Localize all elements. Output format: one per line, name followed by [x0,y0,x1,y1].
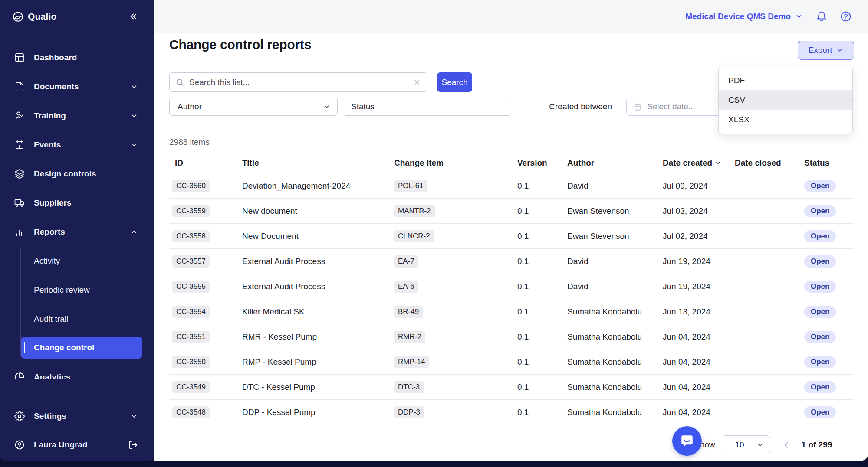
table-row[interactable]: CC-3554 Killer Medical SK BR-49 0.1 Suma… [169,299,854,324]
row-status-badge: Open [804,230,836,242]
row-author: Sumatha Kondabolu [567,324,663,349]
pie-chart-icon [14,372,25,379]
search-input[interactable] [189,78,413,87]
bell-icon[interactable] [816,11,827,22]
help-icon[interactable] [840,11,852,22]
chevron-up-icon [130,228,138,236]
chat-launcher-button[interactable] [672,426,702,456]
change-control-table: ID Title Change item Version Author Date… [169,153,854,425]
row-version: 0.1 [517,400,567,425]
row-change-item-badge: EA-6 [394,281,418,293]
row-date-created: Jun 13, 2024 [663,299,735,324]
sidebar-item-reports[interactable]: Reports [0,217,154,246]
row-date-created: Jun 04, 2024 [663,324,735,349]
export-option-csv[interactable]: CSV [719,90,852,110]
chevron-down-icon [323,103,330,110]
sidebar-subitem-change-control[interactable]: Change control [21,337,142,359]
export-button[interactable]: Export [798,41,854,60]
chevron-down-icon [130,141,138,149]
sidebar-item-events[interactable]: Events [0,130,154,159]
row-change-item-badge: MANTR-2 [394,205,435,217]
row-author: Sumatha Kondabolu [567,349,663,374]
row-date-closed [735,400,804,425]
row-status-badge: Open [804,381,836,393]
row-id-badge: CC-3549 [172,381,210,393]
table-row[interactable]: CC-3557 External Audit Process EA-7 0.1 … [169,249,854,274]
row-id-badge: CC-3555 [172,281,210,293]
page-size-select[interactable]: 10 [723,435,770,454]
column-header-id[interactable]: ID [169,153,242,173]
sidebar-item-analytics[interactable]: Analytics [0,362,154,379]
sidebar-item-settings[interactable]: Settings [0,402,154,431]
row-title: RMP - Kessel Pump [242,349,394,374]
table-row[interactable]: CC-3560 Deviation_Management-2024 POL-61… [169,173,854,199]
sidebar-user-row[interactable]: Laura Ungrad [0,431,154,459]
author-filter-select[interactable]: Author [169,98,338,116]
previous-page-icon[interactable] [782,440,791,450]
column-header-status[interactable]: Status [804,153,854,173]
chevron-down-icon [130,412,138,420]
table-row[interactable]: CC-3555 External Audit Process EA-6 0.1 … [169,274,854,299]
sidebar: Qualio Dashboard Documents Training Even… [0,0,154,461]
row-id-badge: CC-3559 [172,205,210,217]
clear-search-icon[interactable] [413,78,421,86]
row-status-badge: Open [804,406,836,418]
row-date-created: Jul 02, 2024 [663,224,735,248]
sidebar-subitem-periodic-review[interactable]: Periodic review [0,275,154,304]
row-title: External Audit Process [242,274,394,299]
row-version: 0.1 [517,224,567,248]
row-version: 0.1 [517,173,567,198]
chevron-down-icon [757,442,763,448]
sidebar-item-dashboard[interactable]: Dashboard [0,43,154,72]
row-title: RMR - Kessel Pump [242,324,394,349]
column-header-version[interactable]: Version [517,153,567,173]
table-row[interactable]: CC-3548 DDP - Kessel Pump DDP-3 0.1 Suma… [169,400,854,425]
row-author: Sumatha Kondabolu [567,400,663,425]
dashboard-icon [14,52,25,63]
layers-icon [14,169,25,179]
row-change-item-badge: RMP-14 [394,356,429,368]
table-row[interactable]: CC-3551 RMR - Kessel Pump RMR-2 0.1 Suma… [169,324,854,349]
logout-icon[interactable] [128,440,138,450]
column-header-date-closed[interactable]: Date closed [735,153,804,173]
row-date-created: Jul 03, 2024 [663,199,735,223]
export-option-xlsx[interactable]: XLSX [719,110,852,129]
row-status-badge: Open [804,306,836,318]
row-version: 0.1 [517,375,567,399]
sidebar-collapse-icon[interactable] [129,12,138,21]
row-author: Sumatha Kondabolu [567,375,663,399]
search-icon [176,78,184,86]
export-option-pdf[interactable]: PDF [719,71,852,90]
row-version: 0.1 [517,199,567,223]
sidebar-subitem-audit-trail[interactable]: Audit trail [0,304,154,333]
table-row[interactable]: CC-3559 New document MANTR-2 0.1 Ewan St… [169,199,854,224]
row-change-item-badge: POL-61 [394,180,427,192]
row-author: Sumatha Kondabolu [567,299,663,324]
sidebar-item-training[interactable]: Training [0,101,154,130]
search-button[interactable]: Search [437,72,472,92]
table-row[interactable]: CC-3549 DTC - Kessel Pump DTC-3 0.1 Suma… [169,375,854,400]
chevron-down-icon [836,47,843,54]
row-date-created: Jun 04, 2024 [663,400,735,425]
column-header-title[interactable]: Title [242,153,394,173]
sidebar-item-suppliers[interactable]: Suppliers [0,188,154,217]
row-date-closed [735,249,804,274]
row-date-closed [735,324,804,349]
table-row[interactable]: CC-3550 RMP - Kessel Pump RMP-14 0.1 Sum… [169,349,854,375]
sidebar-subitem-activity[interactable]: Activity [0,246,154,275]
sidebar-item-documents[interactable]: Documents [0,72,154,101]
column-header-date-created[interactable]: Date created [663,153,735,173]
row-title: Killer Medical SK [242,299,394,324]
row-id-badge: CC-3560 [172,180,210,192]
sidebar-item-design-controls[interactable]: Design controls [0,159,154,188]
column-header-author[interactable]: Author [567,153,663,173]
column-header-change-item[interactable]: Change item [394,153,517,173]
status-filter-select[interactable]: Status [343,98,511,116]
sidebar-footer: Settings Laura Ungrad [0,398,154,461]
row-id-badge: CC-3557 [172,255,210,268]
row-date-created: Jun 04, 2024 [663,349,735,374]
table-row[interactable]: CC-3558 New Document CLNCR-2 0.1 Ewan St… [169,224,854,249]
row-version: 0.1 [517,324,567,349]
row-title: DDP - Kessel Pump [242,400,394,425]
workspace-switcher[interactable]: Medical Device QMS Demo [685,12,803,21]
